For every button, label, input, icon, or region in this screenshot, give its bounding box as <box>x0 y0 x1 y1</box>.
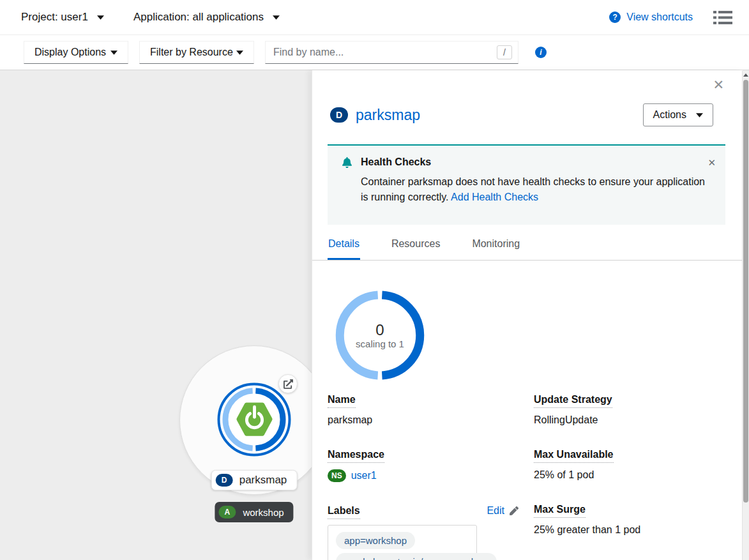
name-value: parksmap <box>328 414 518 426</box>
context-bar: Project: user1 Application: all applicat… <box>0 0 749 35</box>
tab-resources[interactable]: Resources <box>391 230 441 260</box>
application-selector-label: Application: all applications <box>133 11 264 24</box>
list-icon <box>713 10 732 25</box>
topbar-right-group: ? View shortcuts <box>609 10 732 25</box>
max-unavailable-value: 25% of 1 pod <box>534 469 725 481</box>
side-panel: ✕ D parksmap Actions Health Checks ✕ Con… <box>312 70 743 560</box>
alert-close-button[interactable]: ✕ <box>707 157 716 169</box>
bell-icon <box>342 157 352 168</box>
chevron-down-icon <box>696 113 703 117</box>
display-options-dropdown[interactable]: Display Options <box>24 41 128 64</box>
filter-by-resource-dropdown[interactable]: Filter by Resource <box>139 41 254 64</box>
resource-title-link[interactable]: parksmap <box>356 107 420 124</box>
details-left-column: Name parksmap Namespace NS user1 Labels <box>328 394 518 560</box>
slash-shortcut-badge: / <box>497 45 512 59</box>
actions-dropdown[interactable]: Actions <box>643 103 713 126</box>
labels-box: app=workshop app.kubernetes.io/com... =p… <box>328 525 477 560</box>
max-unavailable-label: Max Unavailable <box>534 449 614 463</box>
alert-header: Health Checks <box>342 156 715 168</box>
tab-monitoring[interactable]: Monitoring <box>471 230 520 260</box>
actions-dropdown-label: Actions <box>653 109 686 121</box>
close-icon: ✕ <box>713 77 724 92</box>
chevron-down-icon <box>236 50 243 55</box>
pod-count-status: scaling to 1 <box>356 338 404 349</box>
field-name: Name parksmap <box>328 394 518 426</box>
field-update-strategy: Update Strategy RollingUpdate <box>534 394 725 426</box>
max-surge-label: Max Surge <box>534 504 586 518</box>
update-strategy-label: Update Strategy <box>534 394 612 408</box>
update-strategy-value: RollingUpdate <box>534 414 725 426</box>
open-url-decorator[interactable] <box>278 374 298 393</box>
list-view-toggle[interactable] <box>713 10 732 25</box>
max-surge-value: 25% greater than 1 pod <box>534 524 725 536</box>
panel-close-button[interactable]: ✕ <box>713 78 724 91</box>
details-grid: Name parksmap Namespace NS user1 Labels <box>328 394 725 560</box>
close-icon: ✕ <box>707 157 716 168</box>
info-icon[interactable]: i <box>535 47 547 58</box>
field-labels: Labels Edit app=workshop app <box>328 505 518 560</box>
application-selector[interactable]: Application: all applications <box>133 11 280 24</box>
help-icon: ? <box>609 11 621 23</box>
view-shortcuts-label: View shortcuts <box>626 11 693 23</box>
application-group-label[interactable]: A workshop <box>215 502 293 522</box>
panel-header: D parksmap Actions <box>330 102 713 128</box>
spring-boot-icon <box>238 404 270 434</box>
pod-count-value: 0 <box>375 322 384 338</box>
label-chip[interactable]: app.kubernetes.io/com... =parks... <box>336 553 497 560</box>
alert-title: Health Checks <box>361 156 431 168</box>
project-selector[interactable]: Project: user1 <box>21 11 104 24</box>
field-max-unavailable: Max Unavailable 25% of 1 pod <box>534 449 725 481</box>
filter-by-resource-label: Filter by Resource <box>150 47 233 58</box>
project-selector-label: Project: user1 <box>21 11 88 24</box>
topology-node-parksmap[interactable] <box>216 381 292 458</box>
field-max-surge: Max Surge 25% greater than 1 pod <box>534 504 725 536</box>
node-graphic <box>216 381 292 458</box>
chevron-down-icon <box>273 15 280 20</box>
add-health-checks-link[interactable]: Add Health Checks <box>451 192 538 202</box>
scroll-up-arrow-icon <box>743 73 748 77</box>
node-label-text: parksmap <box>239 474 287 487</box>
pod-count-donut[interactable]: 0 scaling to 1 <box>335 291 425 380</box>
namespace-value-row: NS user1 <box>328 469 518 482</box>
topology-toolbar: Display Options Filter by Resource / i <box>0 35 749 70</box>
find-by-name-group: / <box>265 41 518 64</box>
namespace-badge: NS <box>328 469 346 482</box>
view-shortcuts-link[interactable]: ? View shortcuts <box>609 11 693 23</box>
field-namespace: Namespace NS user1 <box>328 449 518 482</box>
namespace-link[interactable]: user1 <box>351 470 377 481</box>
labels-label: Labels <box>328 505 360 519</box>
alert-body: Container parksmap does not have health … <box>361 174 709 205</box>
tab-details[interactable]: Details <box>328 230 360 260</box>
health-checks-alert: Health Checks ✕ Container parksmap does … <box>328 144 725 225</box>
openshift-topology-screen: Project: user1 Application: all applicat… <box>0 0 749 560</box>
deployment-badge: D <box>330 107 348 123</box>
panel-tabs: Details Resources Monitoring <box>312 230 743 261</box>
details-right-column: Update Strategy RollingUpdate Max Unavai… <box>534 394 725 560</box>
application-badge: A <box>218 506 236 518</box>
find-by-name-input[interactable] <box>273 47 497 58</box>
external-link-icon <box>284 379 293 389</box>
donut-center-text: 0 scaling to 1 <box>335 291 425 380</box>
chevron-down-icon <box>97 15 104 20</box>
labels-header: Labels Edit <box>328 505 518 519</box>
deployment-badge: D <box>216 474 233 487</box>
name-label: Name <box>328 394 356 408</box>
namespace-label: Namespace <box>328 449 384 463</box>
edit-labels-label: Edit <box>487 505 504 517</box>
panel-scrollbar[interactable] <box>742 71 749 560</box>
scrollbar-thumb[interactable] <box>743 80 748 503</box>
edit-labels-button[interactable]: Edit <box>487 505 518 517</box>
chevron-down-icon <box>110 50 117 55</box>
details-tab-content: 0 scaling to 1 Name parksmap Namespace N… <box>328 261 725 560</box>
display-options-label: Display Options <box>34 47 106 58</box>
label-chip[interactable]: app=workshop <box>336 532 415 549</box>
pencil-icon <box>510 506 518 515</box>
scroll-up-button[interactable] <box>743 71 749 79</box>
node-label[interactable]: D parksmap <box>211 470 298 490</box>
label-chips: app=workshop app.kubernetes.io/com... =p… <box>336 532 469 560</box>
application-group-label-text: workshop <box>243 507 284 518</box>
